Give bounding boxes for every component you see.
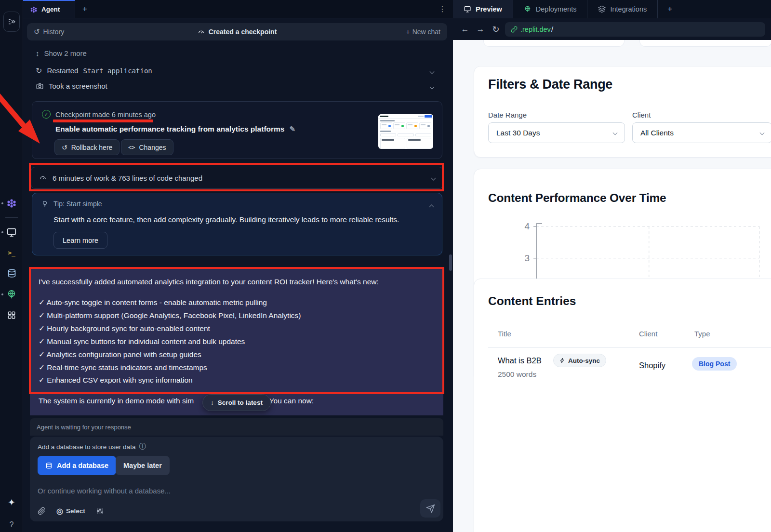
edit-pencil-icon[interactable]: ✎ (289, 125, 295, 133)
rail-preview-button[interactable] (0, 222, 23, 242)
checklist-item: ✓ Multi-platform support (Google Analyti… (39, 309, 435, 322)
timeline-restarted-row[interactable]: ↻ Restarted Start application (36, 66, 440, 75)
client-label: Client (632, 111, 651, 119)
gauge-icon (39, 174, 47, 182)
checkpoint-card: ✓ Checkpoint made 6 minutes ago Enable a… (32, 101, 442, 159)
new-preview-tab-button[interactable]: + (658, 0, 682, 18)
chevron-down-icon[interactable] (430, 69, 435, 74)
info-icon[interactable]: ⓘ (139, 442, 146, 451)
checklist-item: ✓ Auto-sync toggle in content forms - en… (39, 296, 435, 309)
expand-vertical-icon: ↕ (36, 49, 40, 57)
monitor-icon (6, 227, 17, 238)
client-select[interactable]: All Clients (632, 122, 771, 143)
check-circle-icon: ✓ (42, 110, 51, 119)
database-prompt-label: Add a database to store user data (38, 443, 135, 451)
filters-card: Filters & Date Range Date Range Client L… (474, 66, 771, 158)
send-button[interactable] (420, 499, 440, 518)
checklist-item: ✓ Hourly background sync for auto-enable… (39, 322, 435, 335)
sidebar-expand-button[interactable] (3, 12, 20, 32)
chat-scrollbar[interactable] (449, 254, 452, 271)
database-icon (7, 268, 17, 279)
show-more-button[interactable]: ↕ Show 2 more (36, 49, 87, 57)
active-dot (1, 231, 3, 233)
autosync-badge: Auto-sync (553, 354, 606, 367)
rail-database-button[interactable] (0, 263, 23, 284)
preview-tabbar: Preview Deployments Integrations + (453, 0, 771, 18)
left-rail: >_ ✦ ? (0, 0, 23, 532)
back-icon[interactable]: ← (459, 25, 471, 34)
tab-deployments[interactable]: Deployments (513, 0, 588, 18)
rail-agent-button[interactable] (0, 193, 23, 213)
chevron-up-icon[interactable] (429, 205, 434, 210)
new-tab-button[interactable]: + (75, 0, 94, 18)
active-dot (1, 202, 3, 204)
agent-logo-icon (6, 198, 17, 209)
database-prompt: Add a database to store user data ⓘ (38, 442, 146, 451)
composer-input[interactable]: Or continue working without a database..… (38, 487, 171, 495)
work-summary-label: 6 minutes of work & 763 lines of code ch… (53, 174, 202, 182)
changes-button[interactable]: <> Changes (121, 139, 173, 155)
plus-icon: + (82, 4, 87, 14)
database-icon (45, 462, 53, 469)
svg-text:4: 4 (524, 221, 530, 231)
rail-deploy-button[interactable] (0, 284, 23, 305)
history-button[interactable]: ↺ History (27, 27, 64, 36)
preview-viewport: Filters & Date Range Date Range Client L… (453, 40, 771, 532)
url-text: .replit.dev (520, 26, 551, 33)
show-more-label: Show 2 more (44, 49, 87, 57)
link-icon (511, 26, 518, 33)
scroll-to-latest-button[interactable]: ↓ Scroll to latest (202, 394, 271, 411)
layers-icon (598, 5, 606, 13)
chevron-down-icon (613, 131, 618, 135)
column-header-title: Title (498, 330, 511, 338)
plus-icon: + (406, 28, 410, 36)
scroll-to-latest-label: Scroll to latest (218, 399, 263, 406)
active-dot (1, 293, 3, 295)
target-icon: ◎ (56, 506, 63, 516)
tab-preview[interactable]: Preview (453, 0, 513, 18)
agent-message: I've successfully added automated analyt… (30, 268, 443, 415)
sparkle-icon[interactable]: ✦ (8, 497, 15, 508)
chat-menu-button[interactable]: ⋮ (439, 4, 446, 13)
rail-shell-button[interactable]: >_ (0, 242, 23, 263)
learn-more-button[interactable]: Learn more (53, 232, 107, 249)
tip-card: Tip: Start simple Start with a core feat… (32, 193, 442, 255)
chat-tabbar: Agent + ⋮ (23, 0, 453, 18)
url-input[interactable]: .replit.dev/ (505, 22, 765, 37)
entry-title: What is B2B (498, 356, 542, 365)
sliders-icon[interactable] (96, 507, 104, 515)
add-database-label: Add a database (57, 462, 108, 469)
date-range-value: Last 30 Days (496, 129, 540, 137)
history-bar: ↺ History Created a checkpoint + New cha… (27, 23, 447, 40)
tab-agent[interactable]: Agent (23, 0, 75, 18)
add-database-button[interactable]: Add a database (38, 456, 116, 475)
tab-deployments-label: Deployments (536, 5, 577, 13)
new-chat-label: New chat (412, 28, 440, 36)
entry-words: 2500 words (498, 370, 536, 379)
chevron-down-icon (760, 131, 765, 135)
checklist-item: ✓ Manual sync buttons for individual con… (39, 335, 435, 348)
agent-waiting-banner: Agent is waiting for your response (30, 418, 443, 436)
chevron-down-icon[interactable] (430, 85, 435, 90)
sidebar-expand-icon (7, 17, 16, 26)
timeline-screenshot-row[interactable]: Took a screenshot (36, 82, 440, 90)
rollback-clock-icon: ↺ (62, 144, 67, 151)
tab-integrations[interactable]: Integrations (587, 0, 658, 18)
entry-client: Shopify (639, 361, 665, 370)
reload-icon[interactable]: ↻ (490, 24, 502, 35)
work-summary-row[interactable]: 6 minutes of work & 763 lines of code ch… (31, 167, 443, 189)
select-tool-button[interactable]: ◎ Select (56, 506, 85, 516)
changes-label: Changes (139, 144, 166, 151)
help-icon[interactable]: ? (10, 520, 14, 529)
date-range-select[interactable]: Last 30 Days (488, 122, 625, 143)
checkpoint-thumbnail[interactable] (378, 114, 433, 149)
forward-icon[interactable]: → (474, 25, 487, 34)
paperclip-icon[interactable] (38, 507, 46, 515)
new-chat-button[interactable]: + New chat (406, 28, 447, 36)
rail-apps-button[interactable] (0, 305, 23, 325)
maybe-later-button[interactable]: Maybe later (116, 456, 170, 475)
tab-preview-label: Preview (476, 5, 502, 13)
rollback-button[interactable]: ↺ Rollback here (54, 139, 120, 155)
apps-grid-icon (7, 310, 16, 320)
card-remnant (639, 40, 771, 47)
